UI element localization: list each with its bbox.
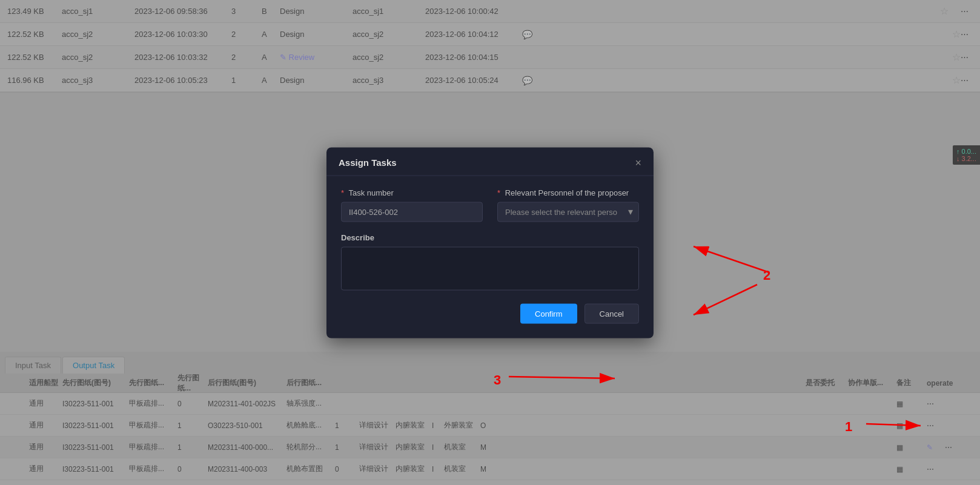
task-number-input[interactable]	[341, 202, 483, 222]
task-number-group: * Task number	[341, 188, 483, 222]
assign-tasks-modal: Assign Tasks × * Task number * Relevant …	[326, 147, 654, 338]
background-table: 123.49 KB acco_sj1 2023-12-06 09:58:36 3…	[0, 0, 980, 485]
personnel-label: * Relevant Personnel of the proposer	[497, 188, 639, 197]
modal-title: Assign Tasks	[339, 157, 397, 168]
modal-body: * Task number * Relevant Personnel of th…	[326, 176, 654, 292]
cancel-button[interactable]: Cancel	[584, 303, 639, 323]
close-button[interactable]: ×	[635, 157, 641, 168]
confirm-button[interactable]: Confirm	[520, 303, 577, 323]
required-star: *	[497, 188, 500, 197]
personnel-select-wrapper: Please select the relevant perso	[497, 202, 639, 222]
modal-header: Assign Tasks ×	[326, 147, 654, 176]
describe-label: Describe	[341, 233, 639, 242]
personnel-select[interactable]: Please select the relevant perso	[497, 202, 639, 222]
describe-group: Describe	[341, 233, 639, 292]
required-star: *	[341, 188, 344, 197]
personnel-group: * Relevant Personnel of the proposer Ple…	[497, 188, 639, 222]
form-row-top: * Task number * Relevant Personnel of th…	[341, 188, 639, 222]
task-number-label: * Task number	[341, 188, 483, 197]
modal-footer: Confirm Cancel	[326, 292, 654, 323]
describe-textarea[interactable]	[341, 246, 639, 290]
